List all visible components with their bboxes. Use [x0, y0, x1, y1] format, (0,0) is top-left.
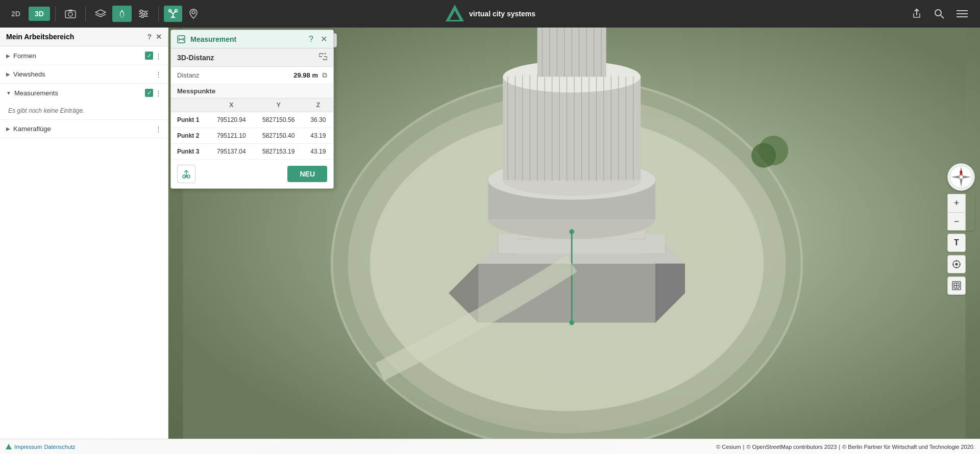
section-measurements-header[interactable]: ▼ Measurements ✓ ⋮ [0, 84, 168, 102]
meas-help-icon[interactable]: ? [309, 35, 313, 44]
logo-title: virtual city systems [469, 9, 535, 18]
punkt2-z: 43.19 [303, 128, 333, 144]
dots-kamerafluege[interactable]: ⋮ [155, 125, 162, 133]
panel-help-icon[interactable]: ? [147, 33, 152, 41]
dots-formen[interactable]: ⋮ [155, 52, 162, 60]
meas-copy-btn[interactable]: ⧉ [322, 71, 327, 80]
impressum-link[interactable]: Impressum [14, 444, 42, 450]
panel-header: Mein Arbeitsbereich ? ✕ [0, 28, 168, 46]
section-kamerafluege: ▶ Kameraflüge ⋮ [0, 120, 168, 138]
table-row: Punkt 3 795137.04 5827153.19 43.19 [171, 144, 333, 160]
punkt1-x: 795120.94 [209, 112, 254, 128]
logo-text: virtual city systems [469, 9, 535, 18]
left-panel: Mein Arbeitsbereich ? ✕ ▶ Formen ✓ ⋮ ▶ V… [0, 28, 168, 439]
chevron-formen: ▶ [6, 53, 10, 59]
cut-icon-btn[interactable] [164, 6, 182, 22]
tilt-btn[interactable]: T [947, 234, 966, 252]
meas-close-icon[interactable]: ✕ [321, 34, 327, 44]
toolbar-left: 2D 3D [0, 5, 208, 22]
photo-icon-btn[interactable] [61, 6, 80, 21]
svg-marker-112 [6, 444, 12, 449]
meas-distanz-row: Distanz 29.98 m ⧉ [171, 67, 333, 84]
col-header-z: Z [303, 98, 333, 112]
zoom-controls: + − [947, 194, 975, 231]
dots-measurements[interactable]: ⋮ [155, 89, 162, 97]
svg-point-55 [751, 143, 776, 168]
divider-2 [85, 6, 86, 21]
hamburger-menu-btn[interactable] [952, 7, 972, 21]
zoom-out-btn[interactable]: − [947, 212, 966, 231]
section-formen-label: Formen [13, 52, 36, 60]
search-icon-btn[interactable] [930, 6, 948, 22]
svg-point-62 [140, 10, 142, 13]
col-header-punkt [171, 98, 209, 112]
col-header-x: X [209, 98, 254, 112]
punkt3-z: 43.19 [303, 144, 333, 160]
right-controls: N + − T [947, 163, 975, 295]
zoom-in-btn[interactable]: + [947, 194, 966, 212]
section-measurements-icons: ✓ ⋮ [145, 89, 162, 97]
measurements-empty-text: Es gibt noch keine Einträge. [0, 102, 168, 119]
meas-footer: NEU [171, 160, 333, 188]
svg-point-51 [569, 229, 574, 234]
panel-close-icon[interactable]: ✕ [156, 33, 162, 41]
section-measurements: ▼ Measurements ✓ ⋮ Es gibt noch keine Ei… [0, 84, 168, 120]
meas-unlink-btn[interactable] [319, 53, 327, 62]
punkt2-y: 5827150.40 [254, 128, 303, 144]
table-row: Punkt 1 795120.94 5827150.56 36.30 [171, 112, 333, 128]
meas-subheader: 3D-Distanz [171, 48, 333, 67]
map-overview-btn[interactable] [947, 276, 966, 295]
punkt3-y: 5827153.19 [254, 144, 303, 160]
btn-2d[interactable]: 2D [5, 7, 27, 21]
svg-line-71 [941, 15, 944, 18]
punkt1-z: 36.30 [303, 112, 333, 128]
chevron-kamerafluege: ▶ [6, 126, 10, 132]
meas-sub-title: 3D-Distanz [177, 54, 214, 62]
checkbox-formen[interactable]: ✓ [145, 52, 153, 60]
compass-rose[interactable]: N [947, 163, 975, 191]
measurement-panel: Measurement ? ✕ 3D-Distanz Distanz 29.98… [170, 30, 334, 189]
location-pin-icon-btn[interactable] [184, 5, 203, 22]
section-formen-header[interactable]: ▶ Formen ✓ ⋮ [0, 46, 168, 65]
meas-panel-title: Measurement [190, 35, 306, 43]
panel-header-icons: ? ✕ [147, 33, 162, 41]
btn-3d[interactable]: 3D [29, 7, 50, 21]
footer-icon [5, 443, 12, 450]
table-row: Punkt 2 795121.10 5827150.40 43.19 [171, 128, 333, 144]
footer-berlin: © Berlin Partner für Wirtschaft und Tech… [842, 444, 975, 450]
dots-viewsheds[interactable]: ⋮ [155, 70, 162, 78]
svg-point-57 [68, 12, 72, 16]
section-kamerafluege-header[interactable]: ▶ Kameraflüge ⋮ [0, 120, 168, 138]
punkt3-label: Punkt 3 [171, 144, 209, 160]
footer-osm: © OpenStreetMap contributors 2023 [746, 444, 837, 450]
meas-neu-btn[interactable]: NEU [287, 166, 327, 182]
meas-add-point-btn[interactable] [177, 165, 195, 183]
meas-messpunkte-label: Messpunkte [171, 84, 333, 98]
punkt3-x: 795137.04 [209, 144, 254, 160]
chevron-measurements: ▼ [6, 90, 11, 96]
location-btn[interactable] [947, 255, 966, 273]
section-viewsheds-header[interactable]: ▶ Viewsheds ⋮ [0, 65, 168, 83]
svg-point-103 [955, 263, 958, 265]
svg-point-70 [935, 10, 941, 16]
bottom-bar: Impressum Datenschutz © Cesium | © OpenS… [0, 439, 980, 454]
layers-icon-btn[interactable] [91, 6, 110, 21]
toolbar-right [908, 5, 980, 22]
meas-points-table: X Y Z Punkt 1 795120.94 5827150.56 36.30… [171, 98, 333, 160]
measurement-icon [177, 35, 185, 43]
svg-rect-56 [65, 11, 76, 18]
top-toolbar: 2D 3D [0, 0, 980, 28]
chevron-viewsheds: ▶ [6, 71, 10, 77]
divider-3 [158, 6, 159, 21]
meas-panel-header: Measurement ? ✕ [171, 30, 333, 48]
share-icon-btn[interactable] [908, 5, 926, 22]
analytics-icon-btn[interactable] [112, 6, 132, 22]
meas-distanz-value: 29.98 m [293, 71, 318, 79]
checkbox-measurements[interactable]: ✓ [145, 89, 153, 97]
svg-point-63 [144, 13, 146, 15]
panel-title: Mein Arbeitsbereich [6, 33, 74, 41]
section-formen-icons: ✓ ⋮ [145, 52, 162, 60]
settings-icon-btn[interactable] [134, 6, 153, 21]
datenschutz-link[interactable]: Datenschutz [44, 444, 75, 450]
section-measurements-label: Measurements [14, 89, 58, 97]
